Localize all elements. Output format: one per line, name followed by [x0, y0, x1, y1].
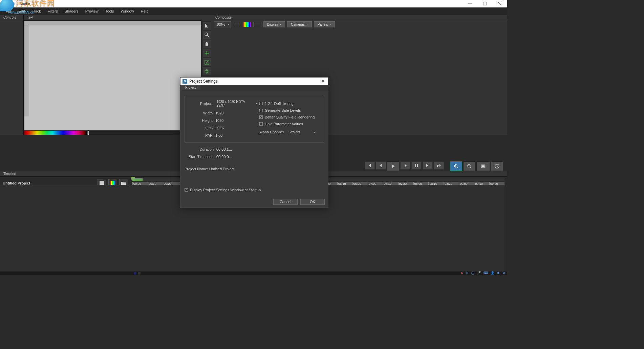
move-tool[interactable]: [202, 49, 211, 58]
text-canvas[interactable]: [24, 20, 201, 130]
dialog-close-button[interactable]: ✕: [318, 78, 328, 85]
menu-help[interactable]: Help: [138, 8, 152, 14]
step-back-button[interactable]: [376, 161, 386, 170]
safe-levels-checkbox[interactable]: Generate Safe Levels: [259, 107, 320, 114]
project-name-label: Project Name:: [185, 167, 208, 171]
step-forward-button[interactable]: [400, 161, 410, 170]
controls-panel-header: Controls: [0, 15, 23, 20]
scale-tool[interactable]: [202, 58, 211, 67]
duration-label: Duration: [185, 147, 216, 151]
select-tool[interactable]: [202, 21, 211, 30]
menu-edit[interactable]: Edit: [16, 8, 28, 14]
zoom-out-button[interactable]: [463, 161, 475, 171]
project-preset-dropdown[interactable]: 1920 x 1080 HDTV 29.97: [214, 101, 259, 107]
menu-window[interactable]: Window: [118, 8, 137, 14]
bg-swatch-1[interactable]: [233, 22, 241, 27]
panels-dropdown[interactable]: Panels: [314, 21, 335, 27]
deflickering-checkbox[interactable]: 1:2:1 Deflickering: [259, 100, 320, 107]
composite-top-bar: 100% Display Cameras Panels: [212, 20, 507, 29]
menu-shaders[interactable]: Shaders: [62, 8, 82, 14]
project-name-value[interactable]: Untitled Project: [209, 167, 235, 171]
pause-button[interactable]: [411, 161, 422, 170]
hold-params-checkbox[interactable]: Hold Parameter Values: [259, 121, 320, 127]
menu-tools[interactable]: Tools: [102, 8, 117, 14]
clock-button[interactable]: [491, 161, 503, 171]
project-settings-dialog: B Project Settings ✕ Project Project 192…: [180, 77, 328, 208]
display-dropdown[interactable]: Display: [263, 21, 285, 27]
menu-filters[interactable]: Filters: [45, 8, 61, 14]
composite-panel-header: Composite: [202, 15, 507, 20]
text-panel-header: Text: [24, 15, 202, 20]
duration-value[interactable]: 00:00:1...: [216, 147, 232, 151]
height-value[interactable]: 1080: [215, 118, 223, 123]
app-title: BCC Title Studio: [3, 2, 30, 6]
ruler-vertical[interactable]: [24, 25, 29, 116]
dialog-titlebar[interactable]: B Project Settings ✕: [180, 78, 328, 85]
goto-start-button[interactable]: [365, 161, 375, 170]
fps-value[interactable]: 29.97: [215, 126, 225, 130]
color-spectrum[interactable]: [24, 131, 89, 135]
par-value[interactable]: 1.00: [215, 133, 222, 137]
window-titlebar: BCC Title Studio: [0, 0, 507, 7]
menu-file[interactable]: File: [3, 8, 15, 14]
loop-button[interactable]: [434, 161, 444, 170]
par-label: PAR: [188, 133, 215, 137]
project-preset-label: Project: [188, 102, 214, 106]
safe-area-button[interactable]: [476, 161, 490, 171]
svg-rect-0: [483, 2, 487, 5]
zoom-dropdown[interactable]: 100%: [214, 21, 231, 27]
ok-button[interactable]: OK: [300, 199, 325, 205]
width-label: Width: [188, 111, 215, 115]
zoom-tool[interactable]: [202, 30, 211, 39]
cameras-dropdown[interactable]: Cameras: [287, 21, 312, 27]
show-at-startup-checkbox[interactable]: Display Project Settings Window at Start…: [185, 187, 324, 193]
menubar: File Edit Track Filters Shaders Preview …: [0, 7, 507, 15]
dialog-icon: B: [183, 79, 187, 84]
fps-label: FPS: [188, 126, 215, 130]
alpha-channel-dropdown[interactable]: Straight: [286, 129, 317, 135]
zoom-in-button[interactable]: [450, 161, 462, 171]
width-value[interactable]: 1920: [215, 111, 223, 115]
better-quality-checkbox[interactable]: Better Quality Field Rendering: [259, 114, 320, 121]
cancel-button[interactable]: Cancel: [273, 199, 298, 205]
dialog-tabs: Project: [180, 85, 328, 91]
bg-swatch-2[interactable]: [253, 22, 261, 27]
maximize-button[interactable]: [477, 0, 492, 7]
svg-point-3: [205, 70, 209, 72]
os-taskbar: S中ⓘ🎤⌨👤✱⚙: [0, 271, 507, 275]
menu-preview[interactable]: Preview: [82, 8, 102, 14]
start-timecode-label: Start Timecode: [185, 155, 216, 159]
dialog-title: Project Settings: [189, 79, 218, 84]
hand-tool[interactable]: [202, 40, 211, 48]
alpha-channel-label: Alpha Channel: [259, 130, 286, 134]
menu-track[interactable]: Track: [29, 8, 44, 14]
close-button[interactable]: [492, 0, 507, 7]
transport-controls: [365, 161, 503, 171]
play-button[interactable]: [387, 161, 399, 171]
svg-point-1: [205, 33, 208, 36]
bg-swatch-gradient[interactable]: [243, 22, 251, 27]
ruler-horizontal[interactable]: [24, 21, 201, 25]
svg-point-4: [206, 69, 208, 73]
tray-icons[interactable]: S中ⓘ🎤⌨👤✱⚙: [461, 271, 505, 275]
rotate-tool[interactable]: [202, 67, 211, 76]
start-timecode-value[interactable]: 00:00:0...: [216, 155, 232, 159]
height-label: Height: [188, 118, 215, 123]
tab-project[interactable]: Project: [180, 85, 200, 90]
minimize-button[interactable]: [463, 0, 477, 7]
goto-end-button[interactable]: [423, 161, 433, 170]
